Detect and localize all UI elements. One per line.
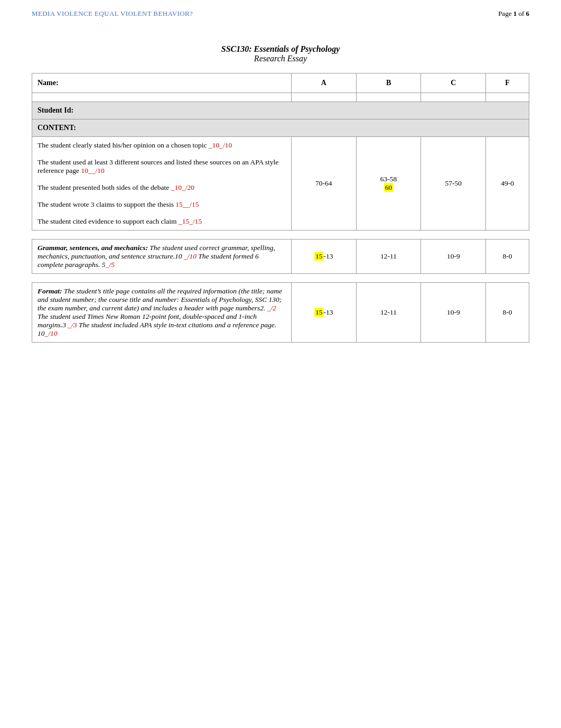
format-score-1: _/2	[267, 304, 276, 312]
format-score-b-val: 12-11	[380, 308, 397, 316]
grammar-score-c: 10-9	[421, 239, 486, 274]
content-score-b: 63-58 60	[356, 137, 421, 231]
total-pages: 6	[526, 10, 530, 17]
criterion-1: The student clearly stated his/her opini…	[38, 141, 286, 150]
format-score-f-val: 8-0	[503, 308, 512, 316]
grammar-score-1: _/10	[184, 252, 197, 260]
criterion-4: The student wrote 3 claims to support th…	[38, 200, 286, 209]
grammar-score-b: 12-11	[356, 239, 421, 274]
name-score-b	[356, 93, 421, 102]
course-title: SSC130: Essentials of Psychology	[32, 44, 529, 54]
score-4: 15__/15	[175, 200, 199, 208]
page-header: MEDIA VIOLENCE EQUAL VIOLENT BEHAVIOR? P…	[0, 0, 561, 23]
content-score-b-highlighted: 60	[384, 183, 394, 192]
format-score-a-suffix: -13	[324, 308, 333, 316]
grammar-score-b-val: 12-11	[380, 252, 397, 260]
table-header-row: Name: A B C F	[32, 73, 529, 93]
grammar-score-c-val: 10-9	[447, 252, 460, 260]
grammar-score-f-val: 8-0	[503, 252, 512, 260]
criterion-2: The student used at least 3 different so…	[38, 158, 286, 175]
content-score-f: 49-0	[486, 137, 529, 231]
header-col-c: C	[421, 73, 486, 93]
grammar-label-bold: Grammar, sentences, and mechanics:	[38, 244, 148, 252]
essay-subtitle: Research Essay	[32, 54, 529, 63]
document-title-block: SSC130: Essentials of Psychology Researc…	[32, 44, 529, 63]
header-col-f: F	[486, 73, 529, 93]
format-score-3: _/10	[45, 329, 58, 337]
name-cell	[32, 93, 292, 102]
main-content: SSC130: Essentials of Psychology Researc…	[0, 23, 561, 364]
spacer-cell-1	[32, 231, 529, 239]
name-score-c	[421, 93, 486, 102]
content-header-row: CONTENT:	[32, 119, 529, 137]
student-id-cell: Student Id:	[32, 102, 529, 119]
score-3: _10_/20	[171, 183, 194, 191]
spacer-cell-2	[32, 274, 529, 283]
content-criteria-cell: The student clearly stated his/her opini…	[32, 137, 292, 231]
header-col-a: A	[291, 73, 356, 93]
name-row	[32, 93, 529, 102]
content-header-cell: CONTENT:	[32, 119, 529, 137]
name-score-a	[291, 93, 356, 102]
grammar-score-f: 8-0	[486, 239, 529, 274]
rubric-table: Name: A B C F	[32, 73, 529, 343]
spacer-row-2	[32, 274, 529, 283]
spacer-row-1	[32, 231, 529, 239]
score-1: _10_/10	[209, 141, 232, 149]
grammar-row: Grammar, sentences, and mechanics: The s…	[32, 239, 529, 274]
format-score-a-highlighted: 15	[314, 308, 324, 317]
document-title: MEDIA VIOLENCE EQUAL VIOLENT BEHAVIOR?	[32, 10, 193, 18]
content-score-a: 70-64	[291, 137, 356, 231]
format-label-bold: Format:	[38, 287, 62, 295]
format-criteria-cell: Format: The student’s title page contain…	[32, 283, 292, 343]
header-col-b: B	[356, 73, 421, 93]
criterion-3: The student presented both sides of the …	[38, 183, 286, 192]
score-2: 10__/10	[81, 167, 104, 174]
format-text-1: The student’s title page contains all th…	[38, 287, 282, 312]
grammar-score-2: _/5	[106, 261, 115, 269]
header-name: Name:	[32, 73, 292, 93]
page-label-prefix: Page	[498, 10, 513, 17]
grammar-score-a: 15-13	[291, 239, 356, 274]
format-score-2: _/3	[68, 321, 77, 329]
format-score-b: 12-11	[356, 283, 421, 343]
score-5: _15_/15	[179, 217, 202, 225]
format-score-c-val: 10-9	[447, 308, 460, 316]
criterion-5: The student cited evidence to support ea…	[38, 217, 286, 226]
page-label-of: of	[517, 10, 526, 17]
grammar-criteria-cell: Grammar, sentences, and mechanics: The s…	[32, 239, 292, 274]
page-pagination: Page 1 of 6	[498, 10, 529, 18]
student-id-row: Student Id:	[32, 102, 529, 119]
grammar-score-a-highlighted: 15	[314, 252, 324, 261]
content-score-b-line1: 63-58	[362, 175, 416, 183]
content-score-c: 57-50	[421, 137, 486, 231]
format-score-c: 10-9	[421, 283, 486, 343]
format-score-f: 8-0	[486, 283, 529, 343]
content-criteria-row: The student clearly stated his/her opini…	[32, 137, 529, 231]
format-row: Format: The student’s title page contain…	[32, 283, 529, 343]
grammar-score-a-suffix: -13	[324, 252, 333, 260]
name-score-f	[486, 93, 529, 102]
format-score-a: 15-13	[291, 283, 356, 343]
